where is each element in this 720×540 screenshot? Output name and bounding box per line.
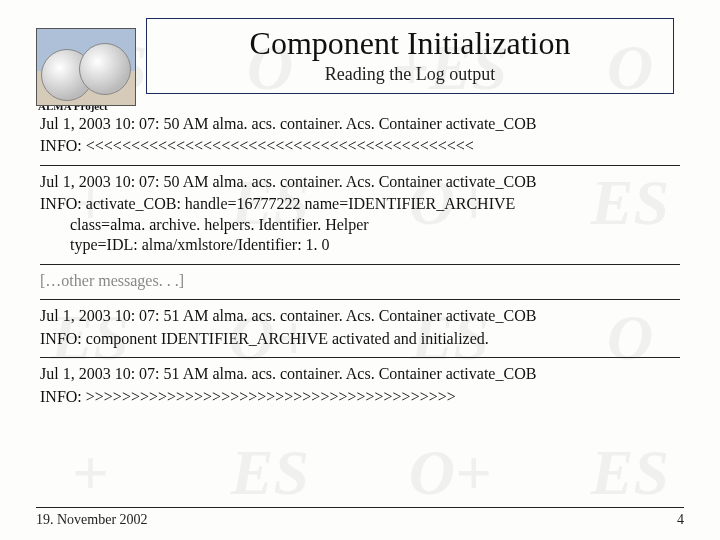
log-entry-3-info: INFO: component IDENTIFIER_ARCHIVE activ…: [40, 329, 680, 349]
footer-page-number: 4: [677, 512, 684, 528]
footer-date: 19. November 2002: [36, 512, 148, 528]
slide: Component Initialization Reading the Log…: [0, 0, 720, 540]
log-block: Jul 1, 2003 10: 07: 50 AM alma. acs. con…: [40, 114, 680, 407]
title-box: Component Initialization Reading the Log…: [146, 18, 674, 94]
separator: [40, 299, 680, 300]
log-entry-2-info: INFO: activate_COB: handle=16777222 name…: [40, 194, 680, 255]
log-entry-2-info-line2: class=alma. archive. helpers. Identifier…: [40, 215, 680, 235]
slide-subtitle: Reading the Log output: [157, 64, 663, 85]
log-entry-2-header: Jul 1, 2003 10: 07: 50 AM alma. acs. con…: [40, 172, 680, 192]
log-placeholder: […other messages. . .]: [40, 271, 680, 291]
log-entry-3-header: Jul 1, 2003 10: 07: 51 AM alma. acs. con…: [40, 306, 680, 326]
log-entry-2-info-line1: INFO: activate_COB: handle=16777222 name…: [40, 195, 515, 212]
slide-title: Component Initialization: [157, 25, 663, 62]
separator: [40, 357, 680, 358]
footer: 19. November 2002 4: [36, 507, 684, 528]
log-entry-1-info: INFO: <<<<<<<<<<<<<<<<<<<<<<<<<<<<<<<<<<…: [40, 136, 680, 156]
log-entry-4-info: INFO: >>>>>>>>>>>>>>>>>>>>>>>>>>>>>>>>>>…: [40, 387, 680, 407]
log-entry-4-header: Jul 1, 2003 10: 07: 51 AM alma. acs. con…: [40, 364, 680, 384]
log-entry-2-info-line3: type=IDL: alma/xmlstore/Identifier: 1. 0: [40, 235, 680, 255]
log-entry-1-header: Jul 1, 2003 10: 07: 50 AM alma. acs. con…: [40, 114, 680, 134]
antenna-thumbnail: [36, 28, 136, 106]
separator: [40, 264, 680, 265]
separator: [40, 165, 680, 166]
